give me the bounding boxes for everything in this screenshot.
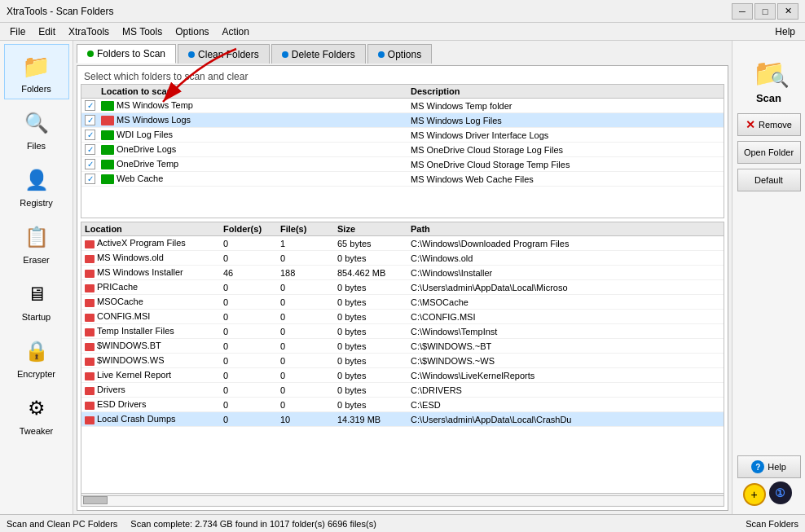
table-row[interactable]: Temp Installer Files 000 bytesC:\Windows… <box>81 324 724 339</box>
lower-table-header: Location Folder(s) File(s) Size Path <box>81 222 724 236</box>
scan-label: Scan <box>756 92 781 104</box>
menubar: File Edit XtraTools MS Tools Options Act… <box>0 23 805 41</box>
startup-icon: 🖥 <box>20 278 53 310</box>
scan-button-large[interactable]: 📁 🔍 Scan <box>749 51 790 108</box>
minimize-button[interactable]: ─ <box>732 3 753 20</box>
sidebar-item-files[interactable]: 🔍 Files <box>4 101 69 156</box>
tab-dot-folders <box>87 51 94 57</box>
tab-dot-delete <box>282 51 288 58</box>
statusbar-center: Scan complete: 2.734 GB found in 1017 fo… <box>130 519 376 529</box>
table-row[interactable]: ActiveX Program Files 0165 bytesC:\Windo… <box>81 236 724 251</box>
tab-options[interactable]: Options <box>367 44 432 64</box>
upper-col-location: Location to scan <box>101 86 411 96</box>
lower-col-size: Size <box>337 224 411 234</box>
checkbox-web-cache[interactable] <box>85 174 95 184</box>
menu-action[interactable]: Action <box>216 24 256 39</box>
table-row[interactable]: MSOCache 000 bytesC:\MSOCache <box>81 295 724 310</box>
sidebar-item-eraser[interactable]: 📋 Eraser <box>4 215 69 270</box>
sidebar-item-folders[interactable]: 📁 Folders <box>4 44 69 99</box>
table-row[interactable]: MS Windows Installer 46188854.462 MBC:\W… <box>81 266 724 280</box>
main-panel: Select which folders to scan and clear L… <box>77 65 728 511</box>
brand-icon: ① <box>769 481 795 508</box>
sidebar-label-eraser: Eraser <box>23 255 49 265</box>
encrypter-icon: 🔒 <box>20 335 53 367</box>
eraser-icon: 📋 <box>20 221 53 253</box>
files-icon: 🔍 <box>20 107 53 139</box>
scan-icon-large: 📁 🔍 <box>753 55 785 89</box>
upper-table-body[interactable]: MS Windows Temp MS Windows Temp folder M… <box>81 99 724 218</box>
table-row[interactable]: Local Crash Dumps 01014.319 MBC:\Users\a… <box>81 412 724 427</box>
right-panel: 📁 🔍 Scan ✕ Remove Open Folder Default ? … <box>732 41 805 514</box>
statusbar-right: Scan Folders <box>746 519 798 529</box>
tweaker-icon: ⚙ <box>20 392 53 424</box>
menu-file[interactable]: File <box>3 24 32 39</box>
section-wrapper: Location to scan Description MS Windows … <box>81 84 724 507</box>
checkbox-ms-windows-temp[interactable] <box>85 100 95 111</box>
main-layout: 📁 Folders 🔍 Files 👤 Registry 📋 Eraser 🖥 … <box>0 41 805 514</box>
tab-clean-folders[interactable]: Clean Folders <box>178 44 270 64</box>
remove-button[interactable]: ✕ Remove <box>737 113 801 136</box>
checkbox-onedrive-temp[interactable] <box>85 159 95 169</box>
tab-dot-options <box>378 51 385 58</box>
sidebar-label-files: Files <box>27 141 46 151</box>
lower-table-section: Location Folder(s) File(s) Size Path Act… <box>81 222 724 507</box>
menu-xtratools[interactable]: XtraTools <box>62 24 116 39</box>
table-row[interactable]: Web Cache MS Windows Web Cache Files <box>81 172 724 187</box>
table-row[interactable]: Drivers 000 bytesC:\DRIVERS <box>81 383 724 398</box>
remove-icon: ✕ <box>746 118 755 131</box>
menu-edit[interactable]: Edit <box>32 24 62 39</box>
upper-table-section: Location to scan Description MS Windows … <box>81 84 724 218</box>
table-row[interactable]: $WINDOWS.BT 000 bytesC:\$WINDOWS.~BT <box>81 339 724 354</box>
table-row[interactable]: MS Windows Temp MS Windows Temp folder <box>81 99 724 113</box>
upper-col-description: Description <box>411 86 720 96</box>
sidebar-label-tweaker: Tweaker <box>20 426 54 436</box>
bottom-right-area: ? Help + ① <box>736 455 802 508</box>
scan-area: 📁 🔍 Scan ✕ Remove Open Folder Default <box>737 47 801 191</box>
sidebar: 📁 Folders 🔍 Files 👤 Registry 📋 Eraser 🖥 … <box>0 41 73 514</box>
table-row[interactable]: WDI Log Files MS Windows Driver Interfac… <box>81 128 724 143</box>
default-button[interactable]: Default <box>737 169 801 191</box>
maximize-button[interactable]: □ <box>754 3 776 20</box>
checkbox-wdi-log[interactable] <box>85 130 95 140</box>
panel-description: Select which folders to scan and clear <box>81 69 724 84</box>
add-icon[interactable]: + <box>743 483 766 506</box>
table-row[interactable]: ESD Drivers 000 bytesC:\ESD <box>81 398 724 412</box>
lower-col-files: File(s) <box>280 224 337 234</box>
lower-col-path: Path <box>411 224 720 234</box>
tab-delete-folders[interactable]: Delete Folders <box>271 44 366 64</box>
table-row[interactable]: PRICache 000 bytesC:\Users\admin\AppData… <box>81 280 724 295</box>
tab-dot-clean <box>188 51 195 58</box>
sidebar-item-startup[interactable]: 🖥 Startup <box>4 272 69 328</box>
sidebar-item-encrypter[interactable]: 🔒 Encrypter <box>4 329 69 385</box>
tab-folders-to-scan[interactable]: Folders to Scan <box>77 44 176 64</box>
menu-mstools[interactable]: MS Tools <box>116 24 169 39</box>
table-row[interactable]: $WINDOWS.WS 000 bytesC:\$WINDOWS.~WS <box>81 354 724 368</box>
table-row[interactable]: CONFIG.MSI 000 bytesC:\CONFIG.MSI <box>81 310 724 324</box>
tabs-bar: Folders to Scan Clean Folders Delete Fol… <box>77 44 728 64</box>
content-area: Folders to Scan Clean Folders Delete Fol… <box>73 41 732 514</box>
checkbox-ms-windows-logs[interactable] <box>85 115 95 125</box>
lower-table-body[interactable]: ActiveX Program Files 0165 bytesC:\Windo… <box>81 236 724 493</box>
window-controls: ─ □ ✕ <box>732 3 798 20</box>
table-row[interactable]: OneDrive Logs MS OneDrive Cloud Storage … <box>81 143 724 157</box>
table-row[interactable]: Live Kernel Report 000 bytesC:\Windows\L… <box>81 368 724 383</box>
statusbar: Scan and Clean PC Folders Scan complete:… <box>0 514 805 532</box>
lower-col-location: Location <box>85 224 223 234</box>
table-row[interactable]: OneDrive Temp MS OneDrive Cloud Storage … <box>81 157 724 172</box>
open-folder-button[interactable]: Open Folder <box>737 141 801 164</box>
lower-col-folders: Folder(s) <box>223 224 280 234</box>
close-button[interactable]: ✕ <box>777 3 798 20</box>
sidebar-label-folders: Folders <box>21 84 51 94</box>
help-button[interactable]: ? Help <box>737 455 801 478</box>
menu-help[interactable]: Help <box>768 24 802 39</box>
horizontal-scrollbar[interactable] <box>81 493 724 506</box>
table-row[interactable]: MS Windows Logs MS Windows Log Files <box>81 113 724 128</box>
registry-icon: 👤 <box>20 164 53 196</box>
menu-options[interactable]: Options <box>169 24 215 39</box>
sidebar-item-tweaker[interactable]: ⚙ Tweaker <box>4 386 69 442</box>
table-row[interactable]: MS Windows.old 000 bytesC:\Windows.old <box>81 251 724 266</box>
checkbox-onedrive-logs[interactable] <box>85 144 95 155</box>
sidebar-label-registry: Registry <box>20 198 52 208</box>
statusbar-left: Scan and Clean PC Folders <box>7 519 117 529</box>
sidebar-item-registry[interactable]: 👤 Registry <box>4 158 69 213</box>
